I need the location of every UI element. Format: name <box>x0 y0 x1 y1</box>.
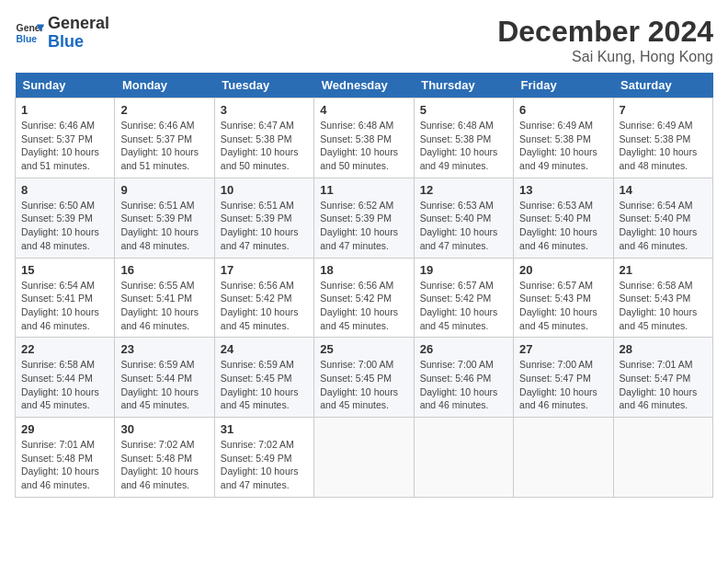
day-info: Sunrise: 6:59 AMSunset: 5:45 PMDaylight:… <box>221 358 308 412</box>
day-info: Sunrise: 7:01 AMSunset: 5:48 PMDaylight:… <box>21 438 108 492</box>
calendar-cell: 26 Sunrise: 7:00 AMSunset: 5:46 PMDaylig… <box>414 338 513 418</box>
header-friday: Friday <box>514 73 613 98</box>
calendar-cell: 11 Sunrise: 6:52 AMSunset: 5:39 PMDaylig… <box>314 178 414 258</box>
header-thursday: Thursday <box>414 73 513 98</box>
day-number: 26 <box>420 342 507 356</box>
calendar-cell: 14 Sunrise: 6:54 AMSunset: 5:40 PMDaylig… <box>613 178 712 258</box>
calendar-week-row: 22 Sunrise: 6:58 AMSunset: 5:44 PMDaylig… <box>16 338 713 418</box>
day-info: Sunrise: 7:00 AMSunset: 5:47 PMDaylight:… <box>519 358 607 412</box>
calendar-cell: 21 Sunrise: 6:58 AMSunset: 5:43 PMDaylig… <box>613 258 712 338</box>
calendar-cell: 9 Sunrise: 6:51 AMSunset: 5:39 PMDayligh… <box>115 178 214 258</box>
day-info: Sunrise: 7:01 AMSunset: 5:47 PMDaylight:… <box>620 358 707 412</box>
day-info: Sunrise: 6:56 AMSunset: 5:42 PMDaylight:… <box>320 279 407 333</box>
calendar-cell: 10 Sunrise: 6:51 AMSunset: 5:39 PMDaylig… <box>214 178 313 258</box>
calendar-cell: 20 Sunrise: 6:57 AMSunset: 5:43 PMDaylig… <box>514 258 613 338</box>
calendar-cell: 6 Sunrise: 6:49 AMSunset: 5:38 PMDayligh… <box>514 98 613 178</box>
day-number: 1 <box>21 103 108 117</box>
day-info: Sunrise: 6:48 AMSunset: 5:38 PMDaylight:… <box>320 119 407 173</box>
day-number: 17 <box>221 263 308 277</box>
calendar-cell: 12 Sunrise: 6:53 AMSunset: 5:40 PMDaylig… <box>414 178 513 258</box>
month-title: December 2024 <box>497 15 713 49</box>
calendar-week-row: 8 Sunrise: 6:50 AMSunset: 5:39 PMDayligh… <box>16 178 713 258</box>
calendar-table: Sunday Monday Tuesday Wednesday Thursday… <box>15 73 713 498</box>
logo: General Blue General Blue <box>15 15 109 52</box>
day-number: 16 <box>120 263 208 277</box>
day-info: Sunrise: 6:57 AMSunset: 5:42 PMDaylight:… <box>420 279 507 333</box>
day-number: 21 <box>620 263 707 277</box>
logo-line2: Blue <box>48 33 109 52</box>
calendar-cell: 15 Sunrise: 6:54 AMSunset: 5:41 PMDaylig… <box>16 258 115 338</box>
page-header: General Blue General Blue December 2024 … <box>15 15 713 65</box>
calendar-cell: 4 Sunrise: 6:48 AMSunset: 5:38 PMDayligh… <box>314 98 414 178</box>
calendar-cell: 2 Sunrise: 6:46 AMSunset: 5:37 PMDayligh… <box>115 98 214 178</box>
calendar-cell: 16 Sunrise: 6:55 AMSunset: 5:41 PMDaylig… <box>115 258 214 338</box>
day-info: Sunrise: 7:00 AMSunset: 5:46 PMDaylight:… <box>420 358 507 412</box>
calendar-cell <box>414 418 513 498</box>
calendar-cell: 3 Sunrise: 6:47 AMSunset: 5:38 PMDayligh… <box>214 98 313 178</box>
header-monday: Monday <box>115 73 214 98</box>
day-info: Sunrise: 6:53 AMSunset: 5:40 PMDaylight:… <box>519 199 607 253</box>
day-info: Sunrise: 6:54 AMSunset: 5:41 PMDaylight:… <box>21 279 108 333</box>
day-number: 11 <box>320 183 407 197</box>
day-number: 15 <box>21 263 108 277</box>
day-info: Sunrise: 6:54 AMSunset: 5:40 PMDaylight:… <box>620 199 707 253</box>
calendar-week-row: 1 Sunrise: 6:46 AMSunset: 5:37 PMDayligh… <box>16 98 713 178</box>
header-tuesday: Tuesday <box>214 73 313 98</box>
day-number: 8 <box>21 183 108 197</box>
svg-text:Blue: Blue <box>17 33 38 43</box>
day-number: 4 <box>320 103 407 117</box>
calendar-cell: 5 Sunrise: 6:48 AMSunset: 5:38 PMDayligh… <box>414 98 513 178</box>
day-number: 13 <box>519 183 607 197</box>
day-number: 25 <box>320 342 407 356</box>
day-number: 22 <box>21 342 108 356</box>
day-info: Sunrise: 6:51 AMSunset: 5:39 PMDaylight:… <box>221 199 308 253</box>
calendar-cell: 28 Sunrise: 7:01 AMSunset: 5:47 PMDaylig… <box>613 338 712 418</box>
day-info: Sunrise: 6:46 AMSunset: 5:37 PMDaylight:… <box>21 119 108 173</box>
calendar-week-row: 29 Sunrise: 7:01 AMSunset: 5:48 PMDaylig… <box>16 418 713 498</box>
day-number: 6 <box>519 103 607 117</box>
calendar-cell: 1 Sunrise: 6:46 AMSunset: 5:37 PMDayligh… <box>16 98 115 178</box>
day-number: 18 <box>320 263 407 277</box>
day-number: 30 <box>120 422 208 436</box>
calendar-cell <box>514 418 613 498</box>
location: Sai Kung, Hong Kong <box>497 49 713 65</box>
calendar-cell <box>613 418 712 498</box>
logo-icon: General Blue <box>15 18 44 48</box>
day-number: 12 <box>420 183 507 197</box>
day-number: 2 <box>120 103 208 117</box>
calendar-cell: 18 Sunrise: 6:56 AMSunset: 5:42 PMDaylig… <box>314 258 414 338</box>
day-info: Sunrise: 6:48 AMSunset: 5:38 PMDaylight:… <box>420 119 507 173</box>
calendar-cell <box>314 418 414 498</box>
header-saturday: Saturday <box>613 73 712 98</box>
calendar-cell: 27 Sunrise: 7:00 AMSunset: 5:47 PMDaylig… <box>514 338 613 418</box>
day-info: Sunrise: 7:02 AMSunset: 5:49 PMDaylight:… <box>221 438 308 492</box>
day-number: 3 <box>221 103 308 117</box>
day-info: Sunrise: 6:56 AMSunset: 5:42 PMDaylight:… <box>221 279 308 333</box>
calendar-cell: 31 Sunrise: 7:02 AMSunset: 5:49 PMDaylig… <box>214 418 313 498</box>
day-number: 31 <box>221 422 308 436</box>
day-info: Sunrise: 7:02 AMSunset: 5:48 PMDaylight:… <box>120 438 208 492</box>
day-info: Sunrise: 6:49 AMSunset: 5:38 PMDaylight:… <box>519 119 607 173</box>
day-number: 9 <box>120 183 208 197</box>
calendar-cell: 17 Sunrise: 6:56 AMSunset: 5:42 PMDaylig… <box>214 258 313 338</box>
day-info: Sunrise: 6:51 AMSunset: 5:39 PMDaylight:… <box>120 199 208 253</box>
day-number: 10 <box>221 183 308 197</box>
day-number: 24 <box>221 342 308 356</box>
day-info: Sunrise: 6:52 AMSunset: 5:39 PMDaylight:… <box>320 199 407 253</box>
day-info: Sunrise: 6:57 AMSunset: 5:43 PMDaylight:… <box>519 279 607 333</box>
calendar-header-row: Sunday Monday Tuesday Wednesday Thursday… <box>16 73 713 98</box>
calendar-cell: 23 Sunrise: 6:59 AMSunset: 5:44 PMDaylig… <box>115 338 214 418</box>
day-number: 19 <box>420 263 507 277</box>
day-number: 27 <box>519 342 607 356</box>
calendar-week-row: 15 Sunrise: 6:54 AMSunset: 5:41 PMDaylig… <box>16 258 713 338</box>
header-wednesday: Wednesday <box>314 73 414 98</box>
day-number: 23 <box>120 342 208 356</box>
calendar-cell: 8 Sunrise: 6:50 AMSunset: 5:39 PMDayligh… <box>16 178 115 258</box>
day-number: 5 <box>420 103 507 117</box>
title-area: December 2024 Sai Kung, Hong Kong <box>497 15 713 65</box>
day-number: 14 <box>620 183 707 197</box>
day-info: Sunrise: 6:53 AMSunset: 5:40 PMDaylight:… <box>420 199 507 253</box>
header-sunday: Sunday <box>16 73 115 98</box>
calendar-cell: 7 Sunrise: 6:49 AMSunset: 5:38 PMDayligh… <box>613 98 712 178</box>
day-number: 7 <box>620 103 707 117</box>
